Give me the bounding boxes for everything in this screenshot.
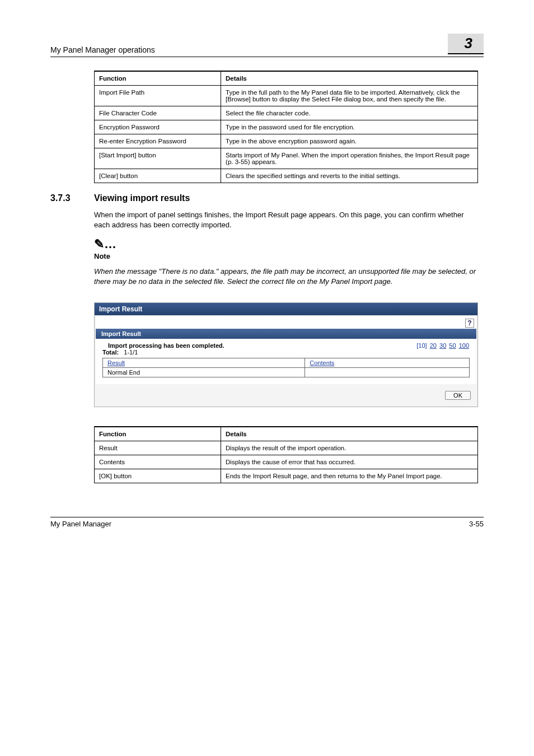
total-value: 1-1/1 [124, 349, 138, 356]
footer-left: My Panel Manager [50, 520, 111, 528]
note-icon: ✎… [94, 237, 478, 251]
ellipsis-icon: … [104, 237, 118, 251]
chapter-number: 3 [448, 34, 484, 54]
table1-cell: File Character Code [95, 106, 221, 120]
table-row: [OK] buttonEnds the Import Result page, … [95, 469, 478, 483]
table-row: Normal End [103, 367, 470, 377]
running-header: My Panel Manager operations [50, 45, 155, 54]
table1-cell: [Start Import] button [95, 148, 221, 169]
table2-header-function: Function [95, 427, 221, 441]
page-size-10: [10] [416, 342, 427, 349]
table1-cell: Re-enter Encryption Password [95, 134, 221, 148]
table1-cell: Starts import of My Panel. When the impo… [221, 148, 478, 169]
panel-subtitle: Import Result [96, 329, 476, 339]
table2-cell: Result [95, 441, 221, 455]
contents-header[interactable]: Contents [305, 358, 470, 367]
page-size-50[interactable]: 50 [449, 342, 456, 349]
table2-cell: Displays the cause of error that has occ… [221, 455, 478, 469]
page-size-30[interactable]: 30 [439, 342, 446, 349]
table2-cell: Ends the Import Result page, and then re… [221, 469, 478, 483]
table-row: [Start Import] buttonStarts import of My… [95, 148, 478, 169]
status-message: Import processing has been completed. [102, 342, 224, 349]
table1-cell: Type in the password used for file encry… [221, 120, 478, 134]
table2-cell: [OK] button [95, 469, 221, 483]
pencil-icon: ✎ [94, 237, 104, 251]
table-row: Re-enter Encryption PasswordType in the … [95, 134, 478, 148]
page-size-selector: [10] 20 30 50 100 [416, 342, 470, 349]
table-row: Import File PathType in the full path to… [95, 86, 478, 106]
function-details-table-1: Function Details Import File PathType in… [94, 71, 478, 183]
result-header[interactable]: Result [103, 358, 305, 367]
ok-button[interactable]: OK [445, 391, 471, 400]
table1-cell: Encryption Password [95, 120, 221, 134]
table-row: ContentsDisplays the cause of error that… [95, 455, 478, 469]
table1-cell: Type in the above encryption password ag… [221, 134, 478, 148]
table1-cell: [Clear] button [95, 169, 221, 183]
import-result-screenshot: Import Result ? Import Result Import pro… [94, 302, 478, 407]
table1-cell: Type in the full path to the My Panel da… [221, 86, 478, 106]
table1-header-function: Function [95, 71, 221, 86]
table-row: ResultDisplays the result of the import … [95, 441, 478, 455]
page-size-20[interactable]: 20 [430, 342, 437, 349]
table1-cell: Select the file character code. [221, 106, 478, 120]
note-label: Note [94, 251, 478, 262]
footer-page-number: 3-55 [469, 520, 484, 528]
table-row: [Clear] buttonClears the specified setti… [95, 169, 478, 183]
table2-header-details: Details [221, 427, 478, 441]
table2-cell: Contents [95, 455, 221, 469]
section-number: 3.7.3 [50, 193, 94, 203]
page-size-100[interactable]: 100 [459, 342, 469, 349]
total-label: Total: [102, 349, 119, 356]
contents-cell [305, 367, 470, 377]
table2-cell: Displays the result of the import operat… [221, 441, 478, 455]
table-row: Encryption PasswordType in the password … [95, 120, 478, 134]
table1-cell: Import File Path [95, 86, 221, 106]
table1-cell: Clears the specified settings and revert… [221, 169, 478, 183]
function-details-table-2: Function Details ResultDisplays the resu… [94, 426, 478, 483]
result-cell: Normal End [103, 367, 305, 377]
dialog-title: Import Result [95, 303, 477, 315]
table1-header-details: Details [221, 71, 478, 86]
intro-paragraph: When the import of panel settings finish… [94, 210, 478, 230]
help-icon[interactable]: ? [465, 319, 474, 328]
table-row: File Character CodeSelect the file chara… [95, 106, 478, 120]
note-body: When the message "There is no data." app… [94, 267, 478, 287]
section-title: Viewing import results [94, 193, 190, 203]
result-table: Result Contents Normal End [102, 358, 470, 377]
